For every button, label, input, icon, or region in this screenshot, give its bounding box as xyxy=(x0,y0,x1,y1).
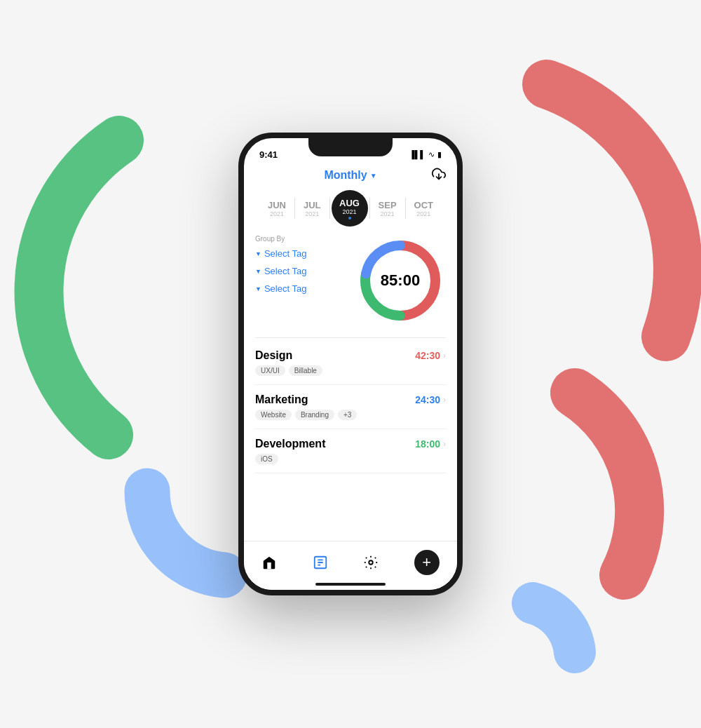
month-year: 2021 xyxy=(270,210,284,217)
group-by-section: Group By ▼ Select Tag ▼ Select Tag ▼ Sel… xyxy=(255,235,346,301)
select-tag-arrow-icon: ▼ xyxy=(255,268,261,275)
project-row: Design 42:30 › xyxy=(255,349,446,362)
period-arrow-icon: ▼ xyxy=(370,172,377,180)
select-tag-1[interactable]: ▼ Select Tag xyxy=(255,248,346,259)
month-aug[interactable]: AUG 2021 xyxy=(332,190,368,227)
tag-pill: Website xyxy=(255,410,292,420)
tag-pill: iOS xyxy=(255,454,278,464)
month-oct[interactable]: OCT 2021 xyxy=(407,196,440,222)
project-item-development[interactable]: Development 18:00 › iOS xyxy=(255,429,446,473)
phone-shell: 9:41 ▐▌▌ ∿ ▮ Monthly ▼ JU xyxy=(238,133,463,595)
period-label: Monthly xyxy=(324,169,367,182)
nav-add[interactable]: + xyxy=(414,550,440,575)
chevron-right-icon: › xyxy=(443,351,446,360)
month-year: 2021 xyxy=(343,208,357,215)
select-tag-arrow-icon: ▼ xyxy=(255,250,261,257)
month-year: 2021 xyxy=(305,210,319,217)
status-icons: ▐▌▌ ∿ ▮ xyxy=(409,150,442,159)
tag-pill: +3 xyxy=(338,410,357,420)
project-item-design[interactable]: Design 42:30 › UX/UI Billable xyxy=(255,341,446,385)
project-tags: Website Branding +3 xyxy=(255,410,446,420)
tag-pill: Billable xyxy=(289,365,322,376)
project-name: Marketing xyxy=(255,393,308,406)
project-time-row: 24:30 › xyxy=(415,394,446,405)
svg-point-8 xyxy=(369,560,374,565)
month-abbr: OCT xyxy=(414,200,433,210)
home-bar xyxy=(315,583,386,586)
select-tag-label: Select Tag xyxy=(264,283,306,294)
project-time-row: 18:00 › xyxy=(415,438,446,450)
notch xyxy=(308,138,393,156)
group-chart-row: Group By ▼ Select Tag ▼ Select Tag ▼ Sel… xyxy=(255,235,446,326)
month-divider xyxy=(294,198,295,219)
nav-reports[interactable] xyxy=(313,555,328,570)
chevron-right-icon: › xyxy=(443,395,446,405)
select-tag-label: Select Tag xyxy=(264,248,306,259)
month-abbr: JUL xyxy=(304,200,321,210)
nav-settings[interactable] xyxy=(363,555,379,570)
chevron-right-icon: › xyxy=(443,439,446,449)
select-tag-arrow-icon: ▼ xyxy=(255,285,261,292)
month-divider xyxy=(369,198,370,219)
bottom-nav: + xyxy=(244,541,457,590)
project-time-row: 42:30 › xyxy=(415,350,446,361)
project-tags: UX/UI Billable xyxy=(255,365,446,376)
select-tag-label: Select Tag xyxy=(264,266,306,276)
period-selector[interactable]: Monthly ▼ xyxy=(324,169,376,182)
project-name: Development xyxy=(255,438,325,450)
project-tags: iOS xyxy=(255,454,446,464)
project-name: Design xyxy=(255,349,292,362)
month-selector[interactable]: JUN 2021 JUL 2021 AUG 2021 SEP 2021 OCT xyxy=(244,187,457,235)
project-time: 24:30 xyxy=(415,394,440,405)
month-year: 2021 xyxy=(381,210,395,217)
active-month-dot xyxy=(348,217,351,220)
status-time: 9:41 xyxy=(259,149,278,160)
chart-total-time: 85:00 xyxy=(381,271,420,290)
screen: Monthly ▼ JUN 2021 JUL 2021 xyxy=(244,163,457,541)
month-abbr: JUN xyxy=(268,200,286,210)
month-year: 2021 xyxy=(416,210,430,217)
project-time: 42:30 xyxy=(415,350,440,361)
select-tag-3[interactable]: ▼ Select Tag xyxy=(255,283,346,294)
month-sep[interactable]: SEP 2021 xyxy=(372,196,404,222)
section-divider xyxy=(255,337,446,338)
tag-pill: Branding xyxy=(295,410,334,420)
month-divider xyxy=(329,198,330,219)
plus-icon: + xyxy=(422,555,431,570)
tag-pill: UX/UI xyxy=(255,365,285,376)
battery-icon: ▮ xyxy=(437,150,442,159)
month-abbr: AUG xyxy=(339,198,360,208)
donut-chart: 85:00 xyxy=(355,235,446,326)
wifi-icon: ∿ xyxy=(428,150,435,159)
project-item-marketing[interactable]: Marketing 24:30 › Website Branding +3 xyxy=(255,385,446,429)
project-row: Marketing 24:30 › xyxy=(255,393,446,406)
project-time: 18:00 xyxy=(415,438,440,450)
nav-home[interactable] xyxy=(261,555,277,570)
month-abbr: SEP xyxy=(379,200,397,210)
app-header: Monthly ▼ xyxy=(244,163,457,187)
group-by-label: Group By xyxy=(255,235,346,243)
month-divider xyxy=(405,198,406,219)
project-list: Design 42:30 › UX/UI Billable Marketing … xyxy=(244,341,457,473)
month-jul[interactable]: JUL 2021 xyxy=(297,196,328,222)
select-tag-2[interactable]: ▼ Select Tag xyxy=(255,266,346,276)
share-button[interactable] xyxy=(432,167,446,184)
project-row: Development 18:00 › xyxy=(255,438,446,450)
signal-icon: ▐▌▌ xyxy=(409,150,426,159)
month-jun[interactable]: JUN 2021 xyxy=(261,196,293,222)
content-area: Group By ▼ Select Tag ▼ Select Tag ▼ Sel… xyxy=(244,235,457,338)
